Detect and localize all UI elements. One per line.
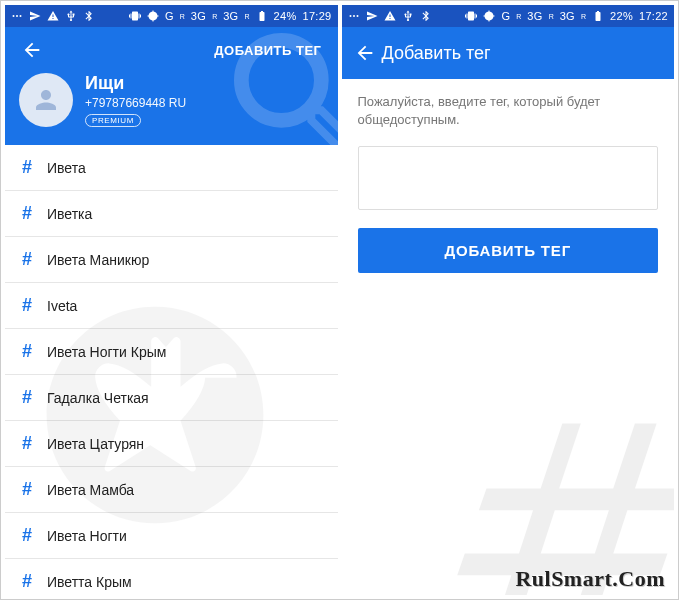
app-bar: ДОБАВИТЬ ТЕГ Ищи +79787669448 RU PREMIUM [5, 27, 338, 145]
tag-row[interactable]: #Ивета Цатурян [5, 421, 338, 467]
usb-icon [65, 10, 77, 22]
status-bar: GR 3GR 3GR 24% 17:29 [5, 5, 338, 27]
more-icon [11, 10, 23, 22]
tag-label: Ивета Цатурян [47, 436, 144, 452]
clock: 17:29 [302, 10, 331, 22]
left-phone: GR 3GR 3GR 24% 17:29 ДОБАВИТЬ ТЕГ [5, 5, 338, 595]
svg-point-2 [20, 15, 22, 17]
tag-row[interactable]: #Iveta [5, 283, 338, 329]
appbar-watermark-icon [218, 27, 338, 145]
tag-input[interactable] [358, 146, 659, 210]
network-3g2-label: 3G [560, 10, 575, 22]
profile-name: Ищи [85, 73, 186, 94]
tag-label: Ивета Маникюр [47, 252, 149, 268]
warning-icon [384, 10, 396, 22]
tag-label: Иветта Крым [47, 574, 132, 590]
warning-icon [47, 10, 59, 22]
tag-list: #Ивета #Иветка #Ивета Маникюр #Iveta #Ив… [5, 145, 338, 595]
bluetooth-icon [420, 10, 432, 22]
tag-row[interactable]: #Иветта Крым [5, 559, 338, 595]
gps-icon [147, 10, 159, 22]
clock: 17:22 [639, 10, 668, 22]
hash-icon: # [19, 525, 35, 546]
back-button[interactable] [348, 36, 382, 70]
status-bar: GR 3GR 3GR 22% 17:22 [342, 5, 675, 27]
battery-icon [592, 10, 604, 22]
svg-point-6 [356, 15, 358, 17]
right-phone: GR 3GR 3GR 22% 17:22 Добавить тег Пожалу… [342, 5, 675, 595]
screen-title: Добавить тег [382, 43, 675, 64]
premium-badge: PREMIUM [85, 114, 141, 127]
bluetooth-icon [83, 10, 95, 22]
add-tag-body: Пожалуйста, введите тег, который будет о… [342, 79, 675, 595]
svg-point-1 [16, 15, 18, 17]
tag-label: Иветка [47, 206, 92, 222]
add-tag-button[interactable]: ДОБАВИТЬ ТЕГ [358, 228, 659, 273]
back-button[interactable] [15, 33, 49, 67]
bg-hash-icon [454, 391, 674, 595]
tag-row[interactable]: #Ивета Мамба [5, 467, 338, 513]
battery-icon [256, 10, 268, 22]
tag-row[interactable]: #Ивета [5, 145, 338, 191]
hash-icon: # [19, 157, 35, 178]
svg-point-0 [13, 15, 15, 17]
hash-icon: # [19, 341, 35, 362]
avatar[interactable] [19, 73, 73, 127]
dual-screenshot-frame: GR 3GR 3GR 24% 17:29 ДОБАВИТЬ ТЕГ [0, 0, 679, 600]
tag-row[interactable]: #Гадалка Четкая [5, 375, 338, 421]
tag-label: Ивета Ногти [47, 528, 127, 544]
battery-pct: 22% [610, 10, 633, 22]
send-icon [366, 10, 378, 22]
gps-icon [483, 10, 495, 22]
tag-label: Ивета Мамба [47, 482, 134, 498]
tag-label: Ивета Ногти Крым [47, 344, 166, 360]
hash-icon: # [19, 387, 35, 408]
tag-row[interactable]: #Ивета Ногти Крым [5, 329, 338, 375]
tag-label: Iveta [47, 298, 77, 314]
tag-label: Ивета [47, 160, 86, 176]
tag-row[interactable]: #Иветка [5, 191, 338, 237]
hash-icon: # [19, 295, 35, 316]
svg-point-4 [349, 15, 351, 17]
profile-phone: +79787669448 RU [85, 96, 186, 110]
tag-row[interactable]: #Ивета Ногти [5, 513, 338, 559]
network-g-label: G [165, 10, 174, 22]
hash-icon: # [19, 433, 35, 454]
network-3g2-label: 3G [223, 10, 238, 22]
hash-icon: # [19, 203, 35, 224]
hash-icon: # [19, 479, 35, 500]
tag-label: Гадалка Четкая [47, 390, 149, 406]
app-bar: Добавить тег [342, 27, 675, 79]
helper-text: Пожалуйста, введите тег, который будет о… [358, 93, 659, 128]
network-3g-label: 3G [191, 10, 206, 22]
site-watermark: RulSmart.Com [515, 566, 665, 592]
more-icon [348, 10, 360, 22]
network-3g-label: 3G [527, 10, 542, 22]
svg-point-3 [244, 44, 317, 117]
vibrate-icon [129, 10, 141, 22]
usb-icon [402, 10, 414, 22]
battery-pct: 24% [274, 10, 297, 22]
send-icon [29, 10, 41, 22]
tag-row[interactable]: #Ивета Маникюр [5, 237, 338, 283]
hash-icon: # [19, 571, 35, 592]
hash-icon: # [19, 249, 35, 270]
network-g-label: G [501, 10, 510, 22]
vibrate-icon [465, 10, 477, 22]
svg-point-5 [353, 15, 355, 17]
